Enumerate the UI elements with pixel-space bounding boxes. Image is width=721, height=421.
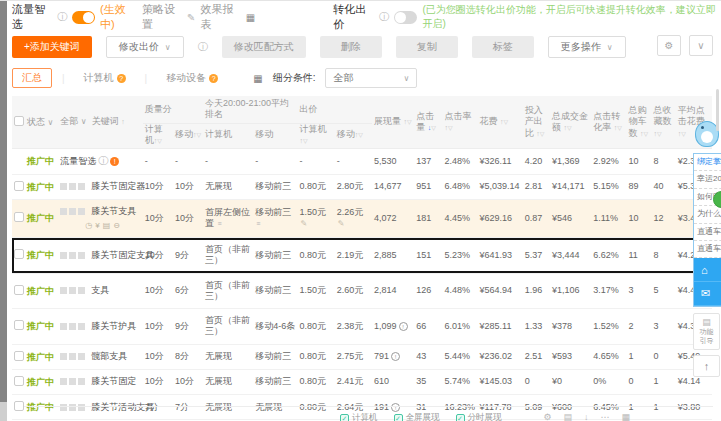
table-row[interactable]: 推广中流量智选 ⓘ !------5,5301372.48%¥326.114.2… xyxy=(12,149,712,175)
column-cvr[interactable]: 点击转化率 ↑▽ xyxy=(591,96,626,149)
row-checkbox[interactable] xyxy=(14,320,24,330)
gear-icon[interactable]: ⚙ xyxy=(657,35,681,56)
row-checkbox[interactable] xyxy=(14,376,24,386)
subcolumn-bid-pc[interactable]: 计算机↑▽ xyxy=(298,123,335,149)
keyword-action-icons[interactable]: ◷¥▤⊖ xyxy=(85,221,140,231)
keyword-cell[interactable]: 流量智选 ⓘ ! xyxy=(58,149,142,175)
keyword-cell[interactable]: 膝关节活动支具 xyxy=(58,395,142,420)
row-checkbox[interactable] xyxy=(14,249,24,259)
traffic-smart-toggle[interactable] xyxy=(72,11,95,24)
status-cell[interactable]: 推广中 xyxy=(12,344,58,369)
keyword-cell[interactable]: 膝关节护具 xyxy=(58,309,142,345)
status-cell[interactable]: 推广中 xyxy=(12,199,58,237)
modify-bid-dropdown[interactable]: 修改出价∨ xyxy=(106,36,184,58)
gear-icon[interactable]: ⚙ xyxy=(544,412,552,421)
help-link[interactable]: 幸运20… xyxy=(694,171,721,188)
edit-bid-pencil-icon[interactable]: ✎ xyxy=(338,219,345,228)
table-row[interactable]: 推广中膝关节固定支具10分9分首页（非前三）移动前三0.80元2.19元2,88… xyxy=(12,238,712,274)
keyword-label[interactable]: 膝关节固定器 xyxy=(91,181,145,192)
table-row[interactable]: 推广中膝关节支具◷¥▤⊖10分10分首屏左侧位置 ≡移动前三 ≡1.50元 ✎2… xyxy=(12,199,712,237)
table-row[interactable]: 推广中膝关节固定器10分10分无展现移动前三0.80元2.80元14,67795… xyxy=(12,174,712,199)
legend-item[interactable]: ✓计算机 xyxy=(340,412,378,421)
column-roi[interactable]: 投入产出比 ↑▽ xyxy=(523,96,550,149)
tag-button[interactable]: 标签 xyxy=(472,36,534,58)
column-gmv[interactable]: 总成交金额 ↑▽ xyxy=(550,96,591,149)
table-row[interactable]: 推广中膝关节固定10分10分无展现移动前三0.80元2.41元610355.74… xyxy=(12,369,712,394)
column-impressions[interactable]: 展现量 ↑▽ xyxy=(372,96,414,149)
column-clicks[interactable]: 点击量 ↓▽ xyxy=(414,96,442,149)
column-cost[interactable]: 花费 ↑▽ xyxy=(478,96,523,149)
collapse-chevron-icon[interactable]: ∨ xyxy=(689,35,713,56)
tab-pc[interactable]: 计算机? xyxy=(75,69,135,87)
legend-item[interactable]: ✓分时展现 xyxy=(456,412,502,421)
edit-bid-pencil-icon[interactable]: ✎ xyxy=(301,219,308,228)
table-row[interactable]: 推广中膝关节护具10分9分首页（非前三）移动4-6条0.80元2.38元1,09… xyxy=(12,309,712,345)
status-cell[interactable]: 推广中 xyxy=(12,273,58,309)
keyword-label[interactable]: 膝关节支具 xyxy=(91,206,136,217)
modify-match-button[interactable]: 修改匹配方式 xyxy=(222,36,306,58)
select-all-checkbox[interactable] xyxy=(14,116,24,126)
help-link[interactable]: 直通车推 广计划? xyxy=(694,241,721,258)
column-cart[interactable]: 总购物车数 ↑▽ xyxy=(626,96,651,149)
feature-guide-button[interactable]: ▤ 功能 引导 xyxy=(693,313,720,349)
info-icon[interactable]: ⓘ xyxy=(198,40,208,54)
subcolumn-quality-mobile[interactable]: 移动↑▽ xyxy=(173,123,203,149)
add-keyword-button[interactable]: +添加关键词 xyxy=(12,36,92,58)
legend-checkbox-icon[interactable]: ✓ xyxy=(340,414,349,421)
list-icon[interactable]: ▤ xyxy=(564,412,573,421)
legend-checkbox-icon[interactable]: ✓ xyxy=(456,414,465,421)
column-ctr[interactable]: 点击率 ↑▽ xyxy=(442,96,477,149)
scrollbar-thumb[interactable] xyxy=(716,89,719,131)
row-checkbox[interactable] xyxy=(14,285,24,295)
subcolumn-bid-mobile[interactable]: 移动↑▽ xyxy=(335,123,372,149)
row-checkbox[interactable] xyxy=(14,181,24,191)
grid-icon[interactable]: ▦ xyxy=(622,412,631,421)
impression-badge-icon[interactable]: ! xyxy=(399,322,408,331)
tab-mobile[interactable]: 移动设备? xyxy=(157,69,227,87)
copy-button[interactable]: 复制 xyxy=(396,36,458,58)
keyword-label[interactable]: 膝关节护具 xyxy=(91,321,136,332)
help-link[interactable]: 绑定掌柜 xyxy=(694,154,721,171)
row-checkbox[interactable] xyxy=(14,212,24,222)
bell-icon[interactable]: ⌂ xyxy=(694,258,721,282)
rank-list-icon[interactable]: ≡ xyxy=(218,220,222,227)
effect-report-link[interactable]: 效果报表 xyxy=(201,2,241,32)
column-status[interactable]: 状态 ∨ xyxy=(12,96,58,149)
keyword-label[interactable]: 流量智选 xyxy=(60,156,96,167)
status-cell[interactable]: 推广中 xyxy=(12,149,58,175)
more-icon[interactable]: ⋯ xyxy=(601,412,610,421)
status-cell[interactable]: 推广中 xyxy=(12,395,58,420)
chart-icon[interactable]: ▦ xyxy=(246,12,255,23)
keyword-cell[interactable]: 支具 xyxy=(58,273,142,309)
column-keyword[interactable]: 全部 ∨ 关键词 ↑ xyxy=(58,96,142,149)
table-row[interactable]: 推广中支具10分6分首页（非前三）移动前三1.50元2.60元2,8141264… xyxy=(12,273,712,309)
more-actions-dropdown[interactable]: 更多操作∨ xyxy=(548,36,626,58)
pencil-icon[interactable]: ✎ xyxy=(187,12,195,23)
help-link[interactable]: 为什么超 过日预算 xyxy=(694,206,721,223)
delete-button[interactable]: 删除 xyxy=(320,36,382,58)
row-checkbox[interactable] xyxy=(14,351,24,361)
impression-badge-icon[interactable]: ! xyxy=(391,352,400,361)
subcolumn-quality-pc[interactable]: 计算机↑▽ xyxy=(143,123,173,149)
info-icon[interactable]: ⓘ xyxy=(98,155,108,168)
info-icon[interactable]: ⓘ xyxy=(57,10,67,24)
legend-checkbox-icon[interactable]: ✓ xyxy=(394,414,403,421)
keyword-label[interactable]: 支具 xyxy=(91,285,109,296)
info-icon[interactable]: ⓘ xyxy=(379,10,389,24)
status-cell[interactable]: 推广中 xyxy=(12,309,58,345)
keyword-label[interactable]: 膝关节固定 xyxy=(91,376,136,387)
keyword-cell[interactable]: 膝关节支具◷¥▤⊖ xyxy=(58,199,142,237)
strategy-settings-link[interactable]: 策略设置 xyxy=(142,2,182,32)
keyword-cell[interactable]: 膝关节固定支具 xyxy=(58,238,142,274)
conversion-bid-toggle[interactable] xyxy=(394,11,417,24)
segment-select[interactable]: 全部∨ xyxy=(325,68,417,88)
status-cell[interactable]: 推广中 xyxy=(12,174,58,199)
keyword-cell[interactable]: 膝关节固定器 xyxy=(58,174,142,199)
keyword-label[interactable]: 髋部支具 xyxy=(91,351,127,362)
download-icon[interactable]: ↓ xyxy=(584,412,589,421)
chat-icon[interactable]: ✉ xyxy=(694,282,721,306)
impression-badge-icon[interactable]: ! xyxy=(391,403,400,412)
rank-list-icon[interactable]: ≡ xyxy=(256,220,260,227)
keyword-cell[interactable]: 髋部支具 xyxy=(58,344,142,369)
table-row[interactable]: 推广中髋部支具10分8分无展现移动前三0.80元2.75元791!435.44%… xyxy=(12,344,712,369)
